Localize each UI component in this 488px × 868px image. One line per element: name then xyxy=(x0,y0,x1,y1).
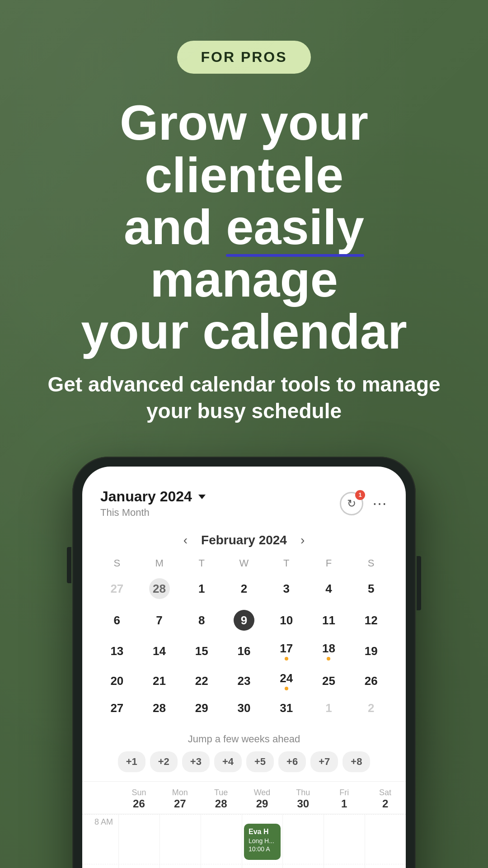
cal-day[interactable]: 20 xyxy=(96,667,138,695)
cal-day[interactable]: 21 xyxy=(138,667,181,695)
cal-week-2: 6 7 8 9 10 11 12 xyxy=(96,605,392,635)
week-col-tue: Tue 28 xyxy=(201,788,242,810)
cal-day[interactable]: 19 xyxy=(350,637,392,665)
week-day-num-thu: 30 xyxy=(282,797,324,810)
cal-day[interactable]: 17 xyxy=(265,637,308,665)
sync-icon: ↻ xyxy=(347,497,356,510)
calendar-month-title: February 2024 xyxy=(201,533,287,547)
cal-day[interactable]: 5 xyxy=(350,574,392,604)
sync-button[interactable]: ↻ 1 xyxy=(340,492,363,515)
cal-day[interactable]: 13 xyxy=(96,637,138,665)
sched-cell-sun-8am xyxy=(118,815,160,864)
cal-week-3: 13 14 15 16 17 18 19 xyxy=(96,637,392,665)
cal-day[interactable]: 28 xyxy=(138,574,181,604)
week-day-name-sun: Sun xyxy=(118,788,160,797)
week-day-name-sat: Sat xyxy=(365,788,406,797)
jump-2-button[interactable]: +2 xyxy=(150,751,178,772)
week-col-sat: Sat 2 xyxy=(365,788,406,810)
jump-7-button[interactable]: +7 xyxy=(310,751,338,772)
jump-label: Jump a few weeks ahead xyxy=(96,733,392,745)
jump-1-button[interactable]: +1 xyxy=(118,751,145,772)
week-col-wed[interactable]: Wed 29 xyxy=(242,788,283,810)
cal-day[interactable]: 1 xyxy=(180,574,223,604)
app-screen: January 2024 This Month ↻ 1 ⋯ xyxy=(82,467,406,868)
week-col-sun: Sun 26 xyxy=(118,788,160,810)
cal-day[interactable]: 4 xyxy=(308,574,350,604)
cal-day[interactable]: 18 xyxy=(308,637,350,665)
cal-day[interactable]: 15 xyxy=(180,637,223,665)
cal-day[interactable]: 27 xyxy=(96,574,138,604)
cal-day[interactable]: 1 xyxy=(308,697,350,720)
jump-5-button[interactable]: +5 xyxy=(246,751,274,772)
cal-day[interactable]: 27 xyxy=(96,697,138,720)
prev-month-button[interactable]: ‹ xyxy=(183,533,188,547)
more-menu-button[interactable]: ⋯ xyxy=(372,495,388,512)
week-day-name-mon: Mon xyxy=(160,788,201,797)
sched-cell-thu-8am xyxy=(282,815,324,864)
header-right: ↻ 1 ⋯ xyxy=(340,492,388,515)
cal-day[interactable]: 16 xyxy=(223,637,265,665)
phone-mockup: January 2024 This Month ↻ 1 ⋯ xyxy=(0,457,488,868)
hero-underline-word: easily xyxy=(226,201,364,253)
cal-day[interactable]: 25 xyxy=(308,667,350,695)
week-col-mon[interactable]: Mon 27 xyxy=(160,788,201,810)
cal-day[interactable]: 28 xyxy=(138,697,181,720)
week-day-num-wed: 29 xyxy=(242,797,283,810)
cal-day[interactable]: 10 xyxy=(265,605,308,635)
cal-day[interactable]: 11 xyxy=(308,605,350,635)
day-of-week-row: S M T W T F S xyxy=(96,555,392,572)
this-month-label: This Month xyxy=(100,507,206,519)
jump-6-button[interactable]: +6 xyxy=(278,751,306,772)
cal-day[interactable]: 8 xyxy=(180,605,223,635)
cal-day[interactable]: 23 xyxy=(223,667,265,695)
cal-day[interactable]: 3 xyxy=(265,574,308,604)
dow-mon: M xyxy=(138,555,181,572)
dow-tue: T xyxy=(180,555,223,572)
week-col-thu: Thu 30 xyxy=(282,788,324,810)
phone-frame: January 2024 This Month ↻ 1 ⋯ xyxy=(72,457,416,868)
event-subtitle: Long H... xyxy=(249,837,276,845)
cal-week-4: 20 21 22 23 24 25 26 xyxy=(96,667,392,695)
for-pros-section: FOR PROS xyxy=(0,41,488,74)
schedule-row-8am: 8 AM Eva H Long H... 10:00 A xyxy=(82,814,406,864)
week-day-name-wed: Wed xyxy=(242,788,283,797)
week-day-num-sun: 26 xyxy=(118,797,160,810)
cal-day[interactable]: 29 xyxy=(180,697,223,720)
week-header-spacer xyxy=(82,788,118,810)
cal-day[interactable]: 22 xyxy=(180,667,223,695)
cal-day[interactable]: 26 xyxy=(350,667,392,695)
sched-cell-fri-9am xyxy=(324,864,365,868)
cal-day-today[interactable]: 9 xyxy=(223,605,265,635)
cal-day[interactable]: 24 xyxy=(265,667,308,695)
event-title: Eva H xyxy=(249,827,276,837)
next-month-button[interactable]: › xyxy=(300,533,305,547)
header-month[interactable]: January 2024 xyxy=(100,488,206,505)
jump-4-button[interactable]: +4 xyxy=(214,751,242,772)
cal-day[interactable]: 2 xyxy=(223,574,265,604)
time-label-9am: 9 AM xyxy=(82,864,118,868)
cal-day[interactable]: 6 xyxy=(96,605,138,635)
event-time: 10:00 A xyxy=(249,845,276,853)
hero-title: Grow your clientele and easily manage yo… xyxy=(27,96,461,358)
hero-title-line2: and easily manage xyxy=(124,199,364,307)
week-day-num-mon: 27 xyxy=(160,797,201,810)
calendar-nav: ‹ February 2024 › xyxy=(82,526,406,551)
hero-subtitle: Get advanced calendar tools to manage yo… xyxy=(27,371,461,425)
app-header: January 2024 This Month ↻ 1 ⋯ xyxy=(82,467,406,526)
jump-3-button[interactable]: +3 xyxy=(182,751,210,772)
cal-day[interactable]: 30 xyxy=(223,697,265,720)
time-label-8am: 8 AM xyxy=(82,815,118,864)
dow-sat: S xyxy=(350,555,392,572)
cal-day[interactable]: 12 xyxy=(350,605,392,635)
jump-8-button[interactable]: +8 xyxy=(343,751,370,772)
month-chevron-icon xyxy=(198,495,206,499)
week-col-fri: Fri 1 xyxy=(324,788,365,810)
cal-day[interactable]: 7 xyxy=(138,605,181,635)
sched-cell-mon-8am xyxy=(160,815,201,864)
cal-day[interactable]: 14 xyxy=(138,637,181,665)
event-eva-h[interactable]: Eva H Long H... 10:00 A xyxy=(244,824,281,860)
cal-day[interactable]: 31 xyxy=(265,697,308,720)
hero-title-line3: your calendar xyxy=(81,303,407,359)
dow-sun: S xyxy=(96,555,138,572)
cal-day[interactable]: 2 xyxy=(350,697,392,720)
